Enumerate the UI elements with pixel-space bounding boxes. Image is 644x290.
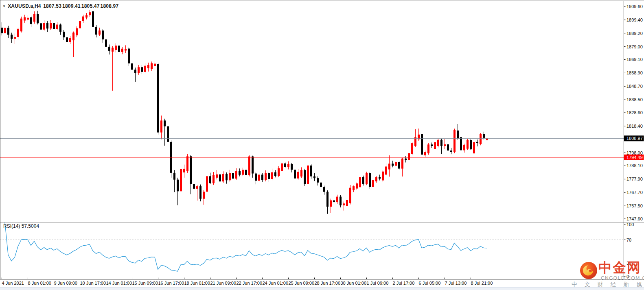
candle bbox=[219, 173, 221, 185]
candle bbox=[239, 168, 241, 176]
quote-title: ▼XAUUSD.a,H4 1807.531809.411805.471808.9… bbox=[2, 3, 119, 9]
svg-text:0: 0 bbox=[626, 274, 629, 279]
svg-text:1788.10: 1788.10 bbox=[626, 163, 643, 168]
support-price-badge: 1794.49 bbox=[624, 155, 644, 160]
candle bbox=[284, 162, 286, 168]
candle bbox=[356, 182, 358, 190]
candle bbox=[190, 155, 192, 194]
candle bbox=[63, 30, 65, 40]
candles-group bbox=[1, 10, 488, 214]
candle bbox=[265, 170, 267, 181]
candle bbox=[170, 140, 172, 178]
time-axis[interactable]: 4 Jun 20218 Jun 01:009 Jun 09:0010 Jun 1… bbox=[2, 278, 493, 286]
svg-text:30 Jun 01:00: 30 Jun 01:00 bbox=[341, 281, 367, 286]
candle bbox=[216, 170, 218, 179]
rsi-indicator-label: RSI(14) 57.5004 bbox=[3, 223, 39, 229]
candle bbox=[340, 195, 342, 207]
svg-text:30: 30 bbox=[626, 261, 631, 266]
candle bbox=[323, 185, 325, 194]
candle bbox=[112, 46, 114, 91]
candle bbox=[147, 63, 149, 72]
svg-text:1747.60: 1747.60 bbox=[626, 216, 643, 221]
candle bbox=[183, 165, 185, 178]
symbol-label: XAUUSD.a,H4 bbox=[8, 3, 41, 9]
svg-text:70: 70 bbox=[626, 238, 631, 242]
symbol-dropdown-icon[interactable]: ▼ bbox=[2, 4, 6, 8]
bottom-scrollbar-strip[interactable] bbox=[0, 287, 644, 290]
candle bbox=[437, 139, 439, 147]
candle bbox=[82, 15, 84, 23]
candle bbox=[11, 33, 13, 43]
svg-text:18 Jun 01:00: 18 Jun 01:00 bbox=[184, 281, 210, 286]
svg-text:1798.00: 1798.00 bbox=[626, 150, 643, 155]
candle bbox=[105, 38, 107, 50]
candle bbox=[385, 164, 387, 176]
svg-text:1869.10: 1869.10 bbox=[626, 57, 643, 62]
svg-text:1848.70: 1848.70 bbox=[626, 84, 643, 89]
chart-frame bbox=[0, 0, 644, 279]
candle bbox=[92, 10, 94, 30]
candle bbox=[33, 11, 35, 24]
candle bbox=[457, 124, 459, 140]
candle bbox=[460, 136, 462, 157]
candle bbox=[226, 172, 228, 184]
candle bbox=[382, 170, 384, 182]
current-price-badge: 1808.97 bbox=[624, 135, 644, 141]
price-axis[interactable]: 1909.601899.401889.201879.001869.101858.… bbox=[624, 4, 643, 221]
candle bbox=[222, 171, 224, 183]
candle bbox=[131, 61, 133, 73]
svg-text:1858.90: 1858.90 bbox=[626, 70, 643, 75]
candle bbox=[336, 195, 338, 204]
candle bbox=[40, 21, 42, 33]
candle bbox=[447, 143, 449, 152]
svg-text:25 Jun 09:00: 25 Jun 09:00 bbox=[289, 281, 315, 286]
candle bbox=[255, 172, 257, 185]
rsi-line-group bbox=[5, 222, 487, 271]
candle bbox=[160, 116, 162, 139]
rsi-axis[interactable]: 10070300 bbox=[624, 222, 634, 279]
panel-separator[interactable] bbox=[0, 221, 644, 222]
candle bbox=[258, 172, 260, 182]
chart-canvas[interactable]: 1909.601899.401889.201879.001869.101858.… bbox=[0, 0, 644, 290]
rsi-value: 57.5004 bbox=[22, 223, 39, 229]
candle bbox=[108, 44, 110, 54]
candle bbox=[7, 26, 9, 38]
rsi-label: RSI(14) bbox=[3, 223, 20, 229]
svg-text:1767.70: 1767.70 bbox=[626, 190, 643, 195]
candle bbox=[229, 170, 231, 181]
candle bbox=[43, 20, 45, 31]
candle bbox=[24, 15, 26, 23]
candle bbox=[151, 61, 153, 71]
candle bbox=[144, 63, 146, 73]
candle bbox=[72, 32, 74, 57]
svg-text:1828.60: 1828.60 bbox=[626, 110, 643, 115]
candle bbox=[317, 177, 319, 186]
candle bbox=[294, 168, 296, 181]
candle bbox=[89, 10, 91, 17]
svg-text:1889.20: 1889.20 bbox=[626, 31, 643, 36]
quote-close: 1808.97 bbox=[101, 3, 119, 9]
svg-text:1899.40: 1899.40 bbox=[626, 17, 643, 22]
candle bbox=[375, 176, 377, 183]
candle bbox=[346, 199, 348, 208]
svg-text:21 Jun 09:00: 21 Jun 09:00 bbox=[210, 281, 237, 286]
svg-text:14 Jun 01:00: 14 Jun 01:00 bbox=[106, 281, 132, 286]
svg-text:9 Jun 09:00: 9 Jun 09:00 bbox=[54, 281, 78, 286]
candle bbox=[173, 170, 175, 192]
quote-low: 1805.47 bbox=[81, 3, 100, 9]
candle bbox=[271, 169, 273, 181]
candle bbox=[141, 65, 143, 74]
candle bbox=[369, 172, 371, 189]
candle bbox=[167, 122, 169, 154]
candle bbox=[405, 156, 407, 162]
svg-text:1838.50: 1838.50 bbox=[626, 97, 643, 102]
svg-text:1818.40: 1818.40 bbox=[626, 124, 643, 129]
candle bbox=[359, 175, 361, 189]
candle bbox=[79, 19, 81, 30]
candle bbox=[4, 26, 6, 36]
candle bbox=[235, 168, 237, 180]
candle bbox=[424, 150, 426, 157]
candle bbox=[50, 20, 52, 30]
candle bbox=[164, 119, 166, 146]
price-lines bbox=[0, 138, 624, 157]
